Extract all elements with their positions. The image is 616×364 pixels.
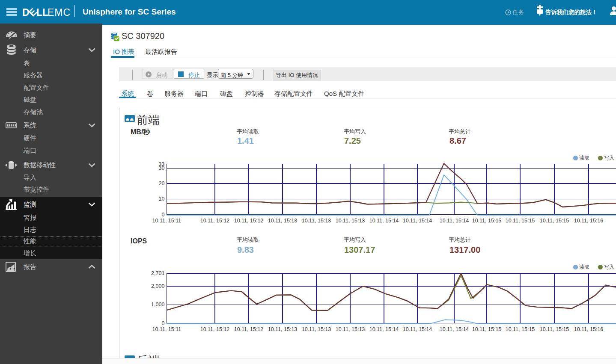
svg-text:10.11, 15:13: 10.11, 15:13	[336, 218, 365, 224]
svg-text:10.11, 15:16: 10.11, 15:16	[574, 218, 604, 224]
svg-text:10.11, 15:15: 10.11, 15:15	[540, 218, 569, 224]
svg-text:0: 0	[161, 212, 164, 218]
svg-text:20: 20	[158, 181, 164, 186]
svg-text:10.11, 15:14: 10.11, 15:14	[369, 218, 399, 224]
svg-text:10.11, 15:12: 10.11, 15:12	[234, 326, 264, 332]
svg-text:10.11, 15:15: 10.11, 15:15	[506, 326, 535, 332]
svg-text:10.11, 15:15: 10.11, 15:15	[472, 218, 502, 224]
svg-text:10.11, 15:15: 10.11, 15:15	[472, 326, 502, 332]
svg-text:10.11, 15:14: 10.11, 15:14	[440, 218, 469, 224]
svg-text:10.11, 15:11: 10.11, 15:11	[152, 326, 182, 332]
svg-text:10.11, 15:15: 10.11, 15:15	[540, 326, 569, 332]
svg-text:10.11, 15:14: 10.11, 15:14	[403, 218, 432, 224]
svg-text:EMC: EMC	[48, 7, 70, 18]
svg-text:10.11, 15:13: 10.11, 15:13	[336, 326, 365, 332]
svg-text:10.11, 15:14: 10.11, 15:14	[403, 326, 432, 332]
svg-text:10.11, 15:11: 10.11, 15:11	[152, 218, 182, 224]
svg-text:10.11, 15:13: 10.11, 15:13	[302, 218, 331, 224]
svg-text:2,701: 2,701	[151, 270, 164, 276]
svg-text:10.11, 15:15: 10.11, 15:15	[506, 218, 535, 224]
svg-text:10.11, 15:13: 10.11, 15:13	[268, 218, 298, 224]
svg-text:0: 0	[161, 320, 164, 326]
svg-text:10: 10	[158, 196, 164, 202]
svg-text:1,000: 1,000	[151, 302, 164, 308]
svg-text:10.11, 15:12: 10.11, 15:12	[200, 326, 230, 332]
svg-text:10.11, 15:12: 10.11, 15:12	[200, 218, 230, 224]
svg-text:10.11, 15:13: 10.11, 15:13	[268, 326, 298, 332]
svg-text:10.11, 15:14: 10.11, 15:14	[369, 326, 399, 332]
svg-text:10.11, 15:12: 10.11, 15:12	[234, 218, 264, 224]
svg-text:2,000: 2,000	[151, 283, 164, 289]
svg-text:10.11, 15:14: 10.11, 15:14	[440, 326, 469, 332]
svg-text:10.11, 15:16: 10.11, 15:16	[574, 326, 604, 332]
svg-text:10.11, 15:13: 10.11, 15:13	[302, 326, 331, 332]
svg-text:LL: LL	[36, 7, 48, 18]
svg-text:30: 30	[158, 165, 164, 171]
